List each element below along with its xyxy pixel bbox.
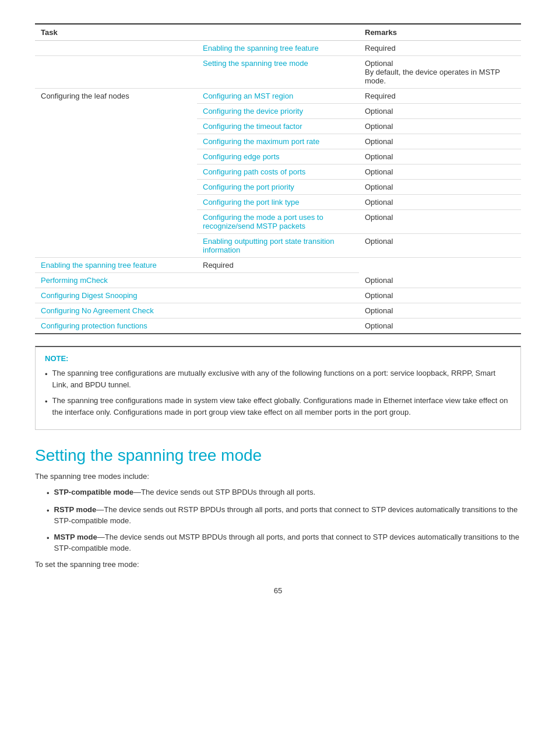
- stp-separator: —: [133, 488, 141, 496]
- table-row: Enabling the spanning tree feature Requi…: [35, 258, 521, 273]
- remarks-cell: Optional: [359, 303, 521, 318]
- configuring-no-agreement-check-link[interactable]: Configuring No Agreement Check: [41, 306, 154, 315]
- remarks-cell: Required: [359, 89, 521, 104]
- link-cell: Enabling outputting port state transitio…: [197, 234, 359, 258]
- enabling-spanning-tree-link[interactable]: Enabling the spanning tree feature: [203, 44, 319, 52]
- link-cell: Configuring the port link type: [197, 195, 359, 210]
- configuring-path-costs-link[interactable]: Configuring path costs of ports: [203, 167, 305, 176]
- task-column-header: Task: [35, 24, 197, 41]
- link-cell: Configuring an MST region: [197, 89, 359, 104]
- spanning-link-cell: Configuring protection functions: [35, 318, 359, 334]
- link-cell: Configuring the mode a port uses to reco…: [197, 210, 359, 234]
- task-cell: [35, 41, 197, 56]
- remarks-cell: Optional: [359, 288, 521, 303]
- configuring-port-priority-link[interactable]: Configuring the port priority: [203, 183, 294, 191]
- link-cell: Configuring path costs of ports: [197, 164, 359, 180]
- stp-rest: The device sends out STP BPDUs through a…: [141, 488, 315, 496]
- mstp-term: MSTP mode: [54, 533, 97, 541]
- remarks-cell: Optional: [359, 234, 521, 258]
- enabling-outputting-port-state-link[interactable]: Enabling outputting port state transitio…: [203, 237, 334, 254]
- rstp-term: RSTP mode: [54, 505, 97, 514]
- section-title: Setting the spanning tree mode: [35, 446, 521, 465]
- note-text-1: The spanning tree configurations are mut…: [52, 368, 511, 390]
- remarks-cell: Optional: [359, 273, 521, 288]
- mstp-description: MSTP mode—The device sends out MSTP BPDU…: [54, 531, 521, 554]
- stp-description: STP-compatible mode—The device sends out…: [54, 487, 315, 498]
- remarks-cell: Optional: [359, 134, 521, 149]
- stp-term: STP-compatible mode: [54, 488, 134, 496]
- remarks-cell: Optional: [359, 104, 521, 119]
- configuring-port-link-type-link[interactable]: Configuring the port link type: [203, 198, 299, 206]
- bullet-dot-2: •: [47, 505, 50, 517]
- link-cell: Setting the spanning tree mode: [197, 56, 359, 89]
- remarks-cell: Optional: [359, 210, 521, 234]
- enabling-spanning-tree-2-link[interactable]: Enabling the spanning tree feature: [41, 261, 157, 270]
- note-item-2: • The spanning tree configurations made …: [45, 395, 511, 418]
- remarks-cell: Optional: [359, 119, 521, 134]
- spanning-link-cell: Configuring Digest Snooping: [35, 288, 359, 303]
- link-column-header: [197, 24, 359, 41]
- task-cell: [35, 56, 197, 89]
- remarks-cell: Optional By default, the device operates…: [359, 56, 521, 89]
- configuring-mst-region-link[interactable]: Configuring an MST region: [203, 92, 293, 100]
- default-text: By default, the device operates in MSTP …: [365, 68, 500, 85]
- list-item-mstp: • MSTP mode—The device sends out MSTP BP…: [47, 531, 521, 554]
- rstp-rest: The device sends out RSTP BPDUs through …: [54, 505, 518, 526]
- list-item-rstp: • RSTP mode—The device sends out RSTP BP…: [47, 504, 521, 527]
- bullet-dot-1: •: [47, 488, 50, 499]
- remarks-column-header: Remarks: [359, 24, 521, 41]
- configuring-protection-functions-link[interactable]: Configuring protection functions: [41, 321, 147, 330]
- link-cell: Enabling the spanning tree feature: [197, 41, 359, 56]
- bullet-icon-1: •: [45, 369, 48, 380]
- table-row: Configuring Digest Snooping Optional: [35, 288, 521, 303]
- note-box: NOTE: • The spanning tree configurations…: [35, 346, 521, 430]
- configuring-digest-snooping-link[interactable]: Configuring Digest Snooping: [41, 291, 138, 300]
- remarks-cell: Optional: [359, 318, 521, 334]
- remarks-cell: Optional: [359, 180, 521, 195]
- leaf-nodes-label: Configuring the leaf nodes: [41, 92, 129, 100]
- mstp-separator: —: [97, 533, 105, 541]
- section-outro: To set the spanning tree mode:: [35, 560, 521, 569]
- task-table: Task Remarks Enabling the spanning tree …: [35, 23, 521, 334]
- spanning-link-cell: Performing mCheck: [35, 273, 359, 288]
- note-item-1: • The spanning tree configurations are m…: [45, 368, 511, 390]
- rstp-description: RSTP mode—The device sends out RSTP BPDU…: [54, 504, 521, 527]
- table-row: Setting the spanning tree mode Optional …: [35, 56, 521, 89]
- mstp-rest: The device sends out MSTP BPDUs through …: [54, 533, 519, 553]
- remarks-cell: Required: [197, 258, 359, 273]
- link-cell: Enabling the spanning tree feature: [35, 258, 197, 273]
- group-label-cell: Configuring the leaf nodes: [35, 89, 197, 258]
- table-row: Performing mCheck Optional: [35, 273, 521, 288]
- configuring-max-port-rate-link[interactable]: Configuring the maximum port rate: [203, 137, 319, 146]
- optional-text: Optional: [365, 59, 393, 68]
- link-cell: Configuring the device priority: [197, 104, 359, 119]
- bullet-icon-2: •: [45, 396, 48, 408]
- section-intro: The spanning tree modes include:: [35, 472, 521, 481]
- table-row: Configuring the leaf nodes Configuring a…: [35, 89, 521, 104]
- bullet-dot-3: •: [47, 533, 50, 544]
- remarks-cell: Optional: [359, 149, 521, 164]
- configuring-mode-recognize-link[interactable]: Configuring the mode a port uses to reco…: [203, 213, 323, 230]
- rstp-separator: —: [96, 505, 104, 514]
- list-item-stp: • STP-compatible mode—The device sends o…: [47, 487, 521, 499]
- link-cell: Configuring the timeout factor: [197, 119, 359, 134]
- table-row: Enabling the spanning tree feature Requi…: [35, 41, 521, 56]
- note-title: NOTE:: [45, 354, 511, 363]
- remarks-cell: Optional: [359, 164, 521, 180]
- link-cell: Configuring edge ports: [197, 149, 359, 164]
- spanning-link-cell: Configuring No Agreement Check: [35, 303, 359, 318]
- remarks-cell: Required: [359, 41, 521, 56]
- table-row: Configuring No Agreement Check Optional: [35, 303, 521, 318]
- configuring-timeout-factor-link[interactable]: Configuring the timeout factor: [203, 122, 302, 131]
- link-cell: Configuring the maximum port rate: [197, 134, 359, 149]
- setting-spanning-tree-mode-link[interactable]: Setting the spanning tree mode: [203, 59, 308, 68]
- page-number: 65: [35, 586, 521, 595]
- spanning-tree-modes-list: • STP-compatible mode—The device sends o…: [47, 487, 521, 554]
- note-text-2: The spanning tree configurations made in…: [52, 395, 511, 418]
- configuring-edge-ports-link[interactable]: Configuring edge ports: [203, 152, 280, 161]
- configuring-device-priority-link[interactable]: Configuring the device priority: [203, 107, 303, 116]
- performing-mcheck-link[interactable]: Performing mCheck: [41, 276, 108, 285]
- link-cell: Configuring the port priority: [197, 180, 359, 195]
- remarks-cell: Optional: [359, 195, 521, 210]
- table-row: Configuring protection functions Optiona…: [35, 318, 521, 334]
